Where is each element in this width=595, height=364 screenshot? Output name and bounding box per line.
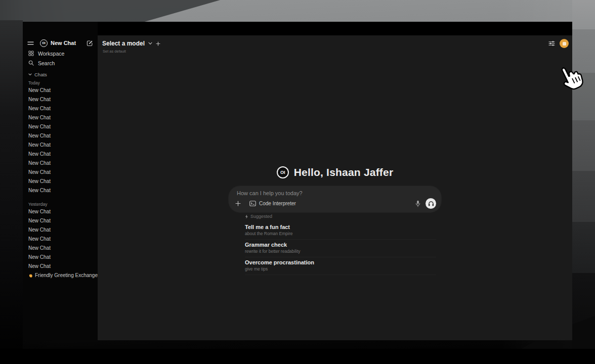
sidebar-toggle-icon [27, 41, 34, 46]
suggested-section: Suggested Tell me a fun fact about the R… [229, 214, 441, 275]
suggested-prompt-title: Tell me a fun fact [245, 224, 436, 231]
pencil-icon [87, 40, 93, 47]
chat-list-item[interactable]: New Chat [23, 207, 98, 216]
chat-controls-button[interactable] [548, 40, 555, 47]
greeting-text: Hello, Ishaan Jaffer [294, 166, 394, 178]
search-icon [28, 60, 34, 66]
sidebar-item-search[interactable]: Search [23, 59, 98, 67]
suggested-prompt[interactable]: Tell me a fun fact about the Roman Empir… [245, 222, 436, 240]
plus-icon [156, 41, 160, 46]
suggested-header: Suggested [245, 214, 436, 219]
chat-list-yesterday: New Chat New Chat New Chat New Chat New … [23, 207, 98, 271]
suggested-prompt[interactable]: Grammar check rewrite it for better read… [245, 240, 436, 257]
chat-list-item[interactable]: New Chat [23, 235, 98, 244]
chat-list-item[interactable]: New Chat [23, 141, 98, 150]
chats-section-toggle[interactable]: Chats [28, 71, 92, 77]
sidebar-item-label: Workspace [38, 51, 64, 57]
chat-list-item[interactable]: New Chat [23, 186, 98, 195]
mic-button[interactable] [415, 200, 420, 207]
suggested-prompt-subtitle: about the Roman Empire [245, 231, 436, 237]
sidebar-header-title: New Chat [51, 40, 76, 46]
input-toolbar: Code Interpreter [235, 198, 436, 209]
chat-title: Friendly Greeting Exchange [35, 271, 98, 280]
plus-icon [235, 201, 241, 206]
chat-list-item[interactable]: New Chat [23, 95, 98, 104]
workspace-grid-icon [28, 51, 34, 56]
model-selector-label: Select a model [102, 40, 145, 47]
sidebar-header: OI New Chat [27, 39, 93, 47]
headphones-icon [428, 201, 434, 207]
microphone-icon [415, 200, 420, 207]
chat-list-item[interactable]: New Chat [23, 131, 98, 141]
message-input[interactable] [237, 190, 429, 196]
chats-section-label: Chats [34, 72, 47, 77]
user-avatar[interactable] [560, 39, 569, 48]
chat-group-label-today: Today [28, 80, 92, 86]
sliders-icon [548, 40, 555, 47]
code-interpreter-label: Code Interpreter [259, 201, 296, 206]
suggested-label: Suggested [250, 214, 272, 219]
chat-group-label-yesterday: Yesterday [28, 201, 92, 207]
add-model-button[interactable] [156, 41, 160, 46]
attach-button[interactable] [235, 201, 241, 206]
chat-list-item[interactable]: New Chat [23, 150, 98, 159]
code-interpreter-toggle[interactable]: Code Interpreter [249, 201, 296, 206]
app-logo-icon: OI [277, 166, 289, 178]
chat-list-item[interactable]: New Chat [23, 104, 98, 113]
chat-list-item[interactable]: New Chat [23, 253, 98, 262]
sidebar-toggle-button[interactable] [27, 41, 34, 46]
chat-list-item[interactable]: New Chat [23, 262, 98, 271]
command-line-icon [249, 201, 256, 206]
screen: OI New Chat Workspace Sear [0, 0, 595, 364]
suggested-prompt-title: Overcome procrastination [245, 259, 436, 266]
chat-list-item[interactable]: New Chat [23, 177, 98, 186]
chat-list-item[interactable]: New Chat [23, 122, 98, 131]
suggested-prompt-title: Grammar check [245, 242, 436, 248]
greeting-row: OI Hello, Ishaan Jaffer [98, 166, 572, 178]
desktop-shape-left [0, 20, 23, 364]
suggested-prompt[interactable]: Overcome procrastination give me tips [245, 257, 436, 275]
model-selector[interactable]: Select a model [102, 40, 160, 47]
new-chat-button[interactable] [87, 40, 93, 47]
suggested-prompt-subtitle: rewrite it for better readability [245, 249, 436, 254]
suggested-prompts: Tell me a fun fact about the Roman Empir… [245, 222, 436, 275]
message-input-card: Code Interpreter [229, 186, 441, 212]
suggested-prompt-subtitle: give me tips [245, 266, 436, 272]
desktop-shape-right [572, 0, 595, 364]
chat-list-item-named[interactable]: Friendly Greeting Exchange [23, 271, 98, 280]
wave-emoji-icon [28, 274, 33, 278]
bolt-icon [245, 214, 248, 219]
chat-list-today: New Chat New Chat New Chat New Chat New … [23, 86, 98, 195]
chat-list-item[interactable]: New Chat [23, 159, 98, 168]
set-default-link[interactable]: Set as default [103, 49, 126, 54]
chevron-down-icon [148, 42, 152, 45]
app-logo-icon: OI [40, 39, 48, 47]
main-area: Select a model Set as default [98, 35, 572, 340]
app-window: OI New Chat Workspace Sear [23, 22, 572, 340]
chevron-down-icon [28, 73, 32, 76]
sidebar-item-workspace[interactable]: Workspace [23, 49, 98, 58]
sidebar-item-label: Search [38, 60, 55, 66]
chat-list-item[interactable]: New Chat [23, 216, 98, 225]
chat-list-item[interactable]: New Chat [23, 244, 98, 253]
letterbox-bar [0, 349, 595, 364]
chat-list-item[interactable]: New Chat [23, 168, 98, 177]
sidebar: OI New Chat Workspace Sear [23, 22, 98, 340]
chat-list-item[interactable]: New Chat [23, 225, 98, 235]
voice-mode-button[interactable] [426, 198, 436, 209]
chat-list-item[interactable]: New Chat [23, 113, 98, 122]
header-actions [548, 39, 569, 48]
chat-list-item[interactable]: New Chat [23, 86, 98, 95]
